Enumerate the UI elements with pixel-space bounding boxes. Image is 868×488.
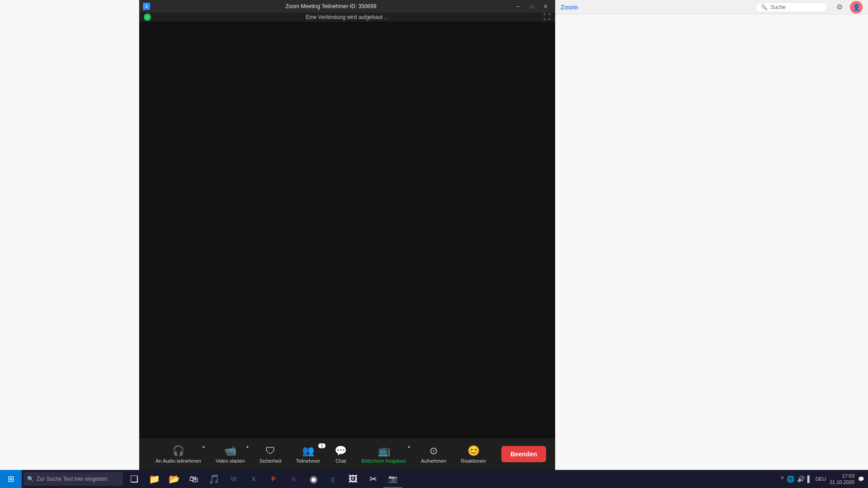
reactions-label: Reaktionen (461, 458, 486, 464)
taskbar-photos[interactable]: 🖼 (344, 470, 363, 488)
taskbar-store[interactable]: 🛍 (184, 470, 203, 488)
chat-label: Chat (335, 458, 346, 464)
battery-icon: ▌ (807, 475, 812, 483)
minimize-button[interactable]: ─ (512, 1, 524, 11)
store-icon: 🛍 (189, 474, 198, 484)
video-caret[interactable]: ▲ (245, 444, 250, 449)
taskbar-search[interactable]: 🔍 Zur Suche Text hier eingeben (24, 472, 123, 486)
taskbar-search-icon: 🔍 (27, 476, 34, 482)
participants-icon: 👥 (302, 445, 314, 457)
maximize-icon: □ (530, 4, 533, 9)
audio-caret[interactable]: ▲ (202, 444, 206, 449)
taskbar-spotify[interactable]: 🎵 (204, 470, 223, 488)
video-icon: 📹 (224, 445, 236, 457)
photos-icon: 🖼 (349, 474, 358, 484)
snip-icon: ✂ (369, 474, 377, 484)
maximize-button[interactable]: □ (525, 1, 538, 11)
taskbar-clock[interactable]: 17:03 21.10.2020 (830, 473, 854, 486)
taskbar-excel[interactable]: X (244, 470, 263, 488)
record-button[interactable]: ⊙ Aufnehmen (414, 441, 453, 468)
connection-status: Eine Verbindung wird aufgebaut ... (306, 14, 388, 20)
chevron-icon[interactable]: ^ (781, 475, 784, 483)
share-screen-label: Bildschirm freigeben (361, 458, 406, 464)
edge-icon: ε (331, 474, 335, 484)
taskbar-snip[interactable]: ✂ (363, 470, 382, 488)
meeting-video-area (139, 22, 555, 438)
audio-label: An Audio teilnehmen (156, 458, 201, 464)
taskbar-zoom[interactable]: 📷 (383, 470, 402, 488)
security-button[interactable]: 🛡 Sicherheit (252, 441, 289, 468)
taskbar-edge[interactable]: ε (324, 470, 343, 488)
taskbar-chrome[interactable]: ◉ (304, 470, 323, 488)
search-icon: 🔍 (761, 4, 768, 10)
taskbar-word[interactable]: W (224, 470, 243, 488)
zoom-title-bar: Z Zoom Meeting Teilnehmer-ID: 350699 ─ □… (139, 0, 555, 13)
participants-label: Teilnehmer (296, 458, 320, 464)
settings-icon[interactable]: ⚙ (836, 3, 843, 11)
taskbar-onenote[interactable]: N (284, 470, 303, 488)
search-placeholder: Suche (770, 4, 786, 10)
zoom-right-panel: Zoom 🔍 Suche ⚙ 👤 (555, 0, 868, 470)
notification-icon[interactable]: 💬 (858, 476, 864, 482)
share-screen-icon: 📺 (378, 445, 390, 457)
window-title: Zoom Meeting Teilnehmer-ID: 350699 (154, 3, 508, 9)
zoom-meeting-window: Z Zoom Meeting Teilnehmer-ID: 350699 ─ □… (139, 0, 555, 470)
start-button[interactable]: ⊞ (0, 470, 22, 488)
taskbar-apps: ❑ 📁 📂 🛍 🎵 W X P N ◉ ε (125, 470, 402, 488)
share-screen-caret[interactable]: ▲ (407, 444, 411, 449)
taskbar-powerpoint[interactable]: P (264, 470, 283, 488)
reactions-button[interactable]: 😊 Reaktionen (453, 441, 493, 468)
participants-button[interactable]: 👥 1 Teilnehmer (288, 441, 327, 468)
zoom-taskbar-icon: 📷 (388, 474, 397, 483)
meeting-toolbar: 🎧 An Audio teilnehmen ▲ 📹 Video starten … (139, 438, 555, 470)
spotify-icon: 🎵 (208, 474, 220, 484)
zoom-logo-icon: Z (143, 3, 150, 10)
record-label: Aufnehmen (421, 458, 446, 464)
excel-icon: X (251, 475, 255, 483)
taskbar-search-placeholder: Zur Suche Text hier eingeben (37, 476, 108, 482)
audio-icon: 🎧 (172, 445, 184, 457)
onenote-icon: N (291, 475, 296, 483)
close-button[interactable]: ✕ (539, 1, 552, 11)
taskbar-files[interactable]: 📂 (165, 470, 184, 488)
video-button[interactable]: 📹 Video starten ▲ (208, 441, 252, 468)
clock-time: 17:03 (830, 473, 854, 479)
security-icon: 🛡 (265, 445, 275, 457)
meeting-header: ✓ Eine Verbindung wird aufgebaut ... ⛶ (139, 13, 555, 22)
powerpoint-icon: P (271, 475, 275, 483)
minimize-icon: ─ (516, 4, 520, 9)
word-icon: W (231, 475, 236, 483)
taskbar-explorer[interactable]: 📁 (145, 470, 164, 488)
security-status-icon: ✓ (144, 14, 151, 21)
audio-button[interactable]: 🎧 An Audio teilnehmen ▲ (148, 441, 208, 468)
share-screen-button[interactable]: 📺 Bildschirm freigeben ▲ (354, 441, 414, 468)
taskbar-task-view[interactable]: ❑ (125, 470, 144, 488)
system-tray-icons: ^ 🌐 🔊 ▌ (781, 475, 812, 483)
zoom-app-header: Zoom 🔍 Suche ⚙ 👤 (555, 0, 868, 14)
expand-icon[interactable]: ⛶ (543, 13, 551, 21)
zoom-search-bar[interactable]: 🔍 Suche (755, 2, 827, 12)
zoom-left-panel (0, 0, 139, 470)
participants-count: 1 (318, 443, 326, 448)
window-controls: ─ □ ✕ (512, 1, 552, 11)
task-view-icon: ❑ (130, 474, 138, 484)
language-indicator: DEU (816, 476, 826, 482)
video-label: Video starten (216, 458, 245, 464)
record-icon: ⊙ (429, 445, 438, 457)
volume-icon[interactable]: 🔊 (797, 475, 805, 483)
end-meeting-button[interactable]: Beenden (501, 446, 546, 462)
network-icon[interactable]: 🌐 (787, 475, 794, 483)
chat-button[interactable]: 💬 Chat (327, 441, 354, 468)
windows-icon: ⊞ (8, 474, 14, 484)
avatar[interactable]: 👤 (850, 1, 863, 14)
reactions-icon: 😊 (467, 445, 480, 457)
security-label: Sicherheit (259, 458, 282, 464)
clock-date: 21.10.2020 (830, 479, 854, 485)
taskbar: ⊞ 🔍 Zur Suche Text hier eingeben ❑ 📁 📂 🛍… (0, 470, 868, 488)
taskbar-right: ^ 🌐 🔊 ▌ DEU 17:03 21.10.2020 💬 (781, 473, 868, 486)
zoom-app-logo: Zoom (561, 4, 578, 11)
chrome-icon: ◉ (310, 474, 317, 484)
chat-icon: 💬 (335, 445, 347, 457)
files-icon: 📂 (169, 474, 180, 484)
close-icon: ✕ (543, 4, 547, 9)
